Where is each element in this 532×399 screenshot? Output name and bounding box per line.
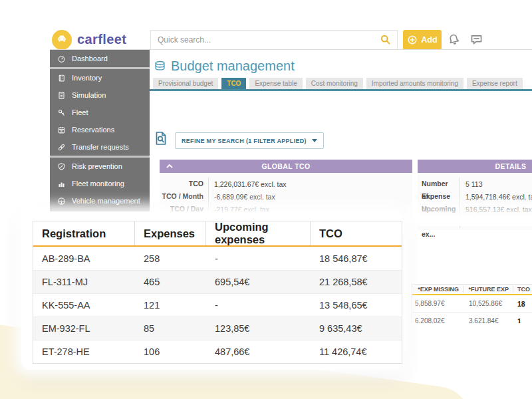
- row-label: TCO / Month: [160, 190, 209, 203]
- cell-future-exp: 10,525.86€: [464, 300, 513, 307]
- column-header[interactable]: TCO: [513, 286, 532, 293]
- row-label: Upcoming ...: [418, 203, 460, 215]
- carfleet-logo[interactable]: [52, 30, 72, 50]
- global-tco-title: GLOBAL TCO: [261, 162, 310, 170]
- sidebar-item-label: Fleet monitoring: [72, 180, 124, 188]
- cell-tco: 21 268,58€: [311, 271, 402, 293]
- sidebar-item-vehicle-management[interactable]: Vehicle management: [50, 192, 150, 209]
- tco-summary-header-row: *EXP MISSING *FUTURE EXP TCO: [412, 285, 532, 295]
- details-title: DETAILS: [495, 162, 527, 170]
- sidebar-item-fleet-monitoring[interactable]: Fleet monitoring: [50, 175, 150, 192]
- table-row[interactable]: EM-932-FL 85 123,85€ 9 635,43€: [33, 317, 402, 340]
- tab-tco[interactable]: TCO: [221, 78, 246, 89]
- tab-expense-table[interactable]: Expense table: [249, 78, 302, 89]
- column-header-upcoming-expenses[interactable]: Upcoming expenses: [206, 221, 311, 245]
- sidebar-item-simulation[interactable]: Simulation: [50, 86, 150, 104]
- sidebar-item-label: Transfer requests: [72, 143, 129, 151]
- page-title: Budget management: [171, 59, 295, 74]
- search-input[interactable]: [150, 30, 398, 50]
- column-header-registration[interactable]: Registration: [33, 221, 135, 245]
- sidebar-item-dashboard[interactable]: Dashboard: [50, 50, 150, 67]
- link-icon: [57, 143, 66, 152]
- table-row[interactable]: ET-278-HE 106 487,66€ 11 426,74€: [33, 340, 402, 363]
- details-panel: DETAILS Number of... 5 113 Expense re...…: [418, 160, 532, 230]
- cell-tco: 9 635,43€: [311, 317, 402, 340]
- details-row: Expense re... 1,594,718.46€ excl. tax: [418, 190, 532, 203]
- global-tco-row: TCO / Month -6,689.09€ excl. tax: [160, 190, 412, 203]
- sidebar-item-fleet[interactable]: Fleet: [50, 104, 150, 121]
- chevron-down-icon: [312, 139, 317, 142]
- collapse-chevron-up-icon[interactable]: [166, 164, 173, 169]
- tco-summary-table: *EXP MISSING *FUTURE EXP TCO 5,858.97€ 1…: [412, 284, 532, 323]
- details-row: Number of... 5 113: [418, 178, 532, 190]
- table-row[interactable]: 5,858.97€ 10,525.86€ 18: [412, 295, 532, 313]
- column-header[interactable]: *FUTURE EXP: [464, 286, 513, 293]
- sidebar-item-reservations[interactable]: Reservations: [50, 121, 150, 138]
- tab-cost-monitoring[interactable]: Cost monitoring: [306, 78, 363, 89]
- table-row[interactable]: AB-289-BA 258 - 18 546,87€: [33, 247, 402, 270]
- calendar-icon: [57, 126, 66, 134]
- add-button[interactable]: Add: [403, 30, 442, 50]
- table-row[interactable]: FL-311-MJ 465 695,54€ 21 268,58€: [33, 270, 402, 293]
- calculator-icon: [57, 91, 66, 100]
- notifications-bell-icon[interactable]: [447, 33, 461, 49]
- cell-tco: 13 548,65€: [311, 294, 402, 317]
- messages-chat-icon[interactable]: [469, 33, 483, 49]
- sidebar-item-label: Vehicle management: [72, 197, 140, 205]
- column-header-expenses[interactable]: Expenses: [135, 221, 206, 245]
- cell-registration: ET-278-HE: [33, 340, 135, 363]
- cell-registration: EM-932-FL: [33, 317, 135, 340]
- row-label: TCO: [160, 178, 209, 190]
- cell-exp-missing: 6,208.02€: [412, 317, 464, 323]
- cell-upcoming-expenses: 695,54€: [206, 271, 311, 293]
- cell-upcoming-expenses: -: [206, 247, 311, 270]
- brand-name: carfleet: [77, 32, 126, 47]
- table-row[interactable]: KK-555-AA 121 - 13 548,65€: [33, 293, 402, 317]
- refine-search-label: REFINE MY SEARCH (1 FILTER APPLIED): [182, 138, 307, 144]
- cell-tco: 18: [513, 300, 532, 308]
- cell-expenses: 106: [135, 340, 206, 363]
- cell-expenses: 85: [135, 317, 206, 340]
- cell-expenses: 465: [135, 271, 206, 293]
- plus-circle-icon: [407, 35, 418, 45]
- registrations-table: Registration Expenses Upcoming expenses …: [33, 221, 402, 364]
- gauge-icon: [57, 55, 66, 63]
- tab-expense-report[interactable]: Expense report: [467, 78, 523, 89]
- sidebar-item-risk-prevention[interactable]: Risk prevention: [50, 158, 150, 175]
- row-value: 516,557.13€ excl. tax: [460, 205, 532, 213]
- coins-icon: [154, 60, 166, 72]
- cell-tco: 11 426,74€: [311, 340, 402, 363]
- row-value: 1,594,718.46€ excl. tax: [460, 193, 532, 201]
- tab-provisional-budget[interactable]: Provisional budget: [153, 78, 218, 89]
- sidebar-item-label: Risk prevention: [72, 162, 122, 170]
- search-icon[interactable]: [380, 34, 392, 49]
- key-icon: [57, 108, 66, 117]
- add-button-label: Add: [421, 35, 437, 45]
- row-label: Missing ex...: [418, 215, 460, 228]
- refine-search-button[interactable]: REFINE MY SEARCH (1 FILTER APPLIED): [175, 132, 324, 149]
- steering-wheel-icon: [57, 197, 66, 205]
- column-header-tco[interactable]: TCO: [311, 221, 402, 245]
- cell-upcoming-expenses: 123,85€: [206, 317, 311, 340]
- registrations-table-body: AB-289-BA 258 - 18 546,87€ FL-311-MJ 465…: [33, 247, 402, 363]
- cell-tco: 18 546,87€: [311, 247, 402, 270]
- cell-future-exp: 3,621.84€: [464, 317, 513, 323]
- cell-upcoming-expenses: 487,66€: [206, 340, 311, 363]
- sidebar-item-transfer-requests[interactable]: Transfer requests: [50, 138, 150, 156]
- cell-exp-missing: 5,858.97€: [412, 300, 464, 307]
- cell-expenses: 258: [135, 247, 206, 270]
- sidebar-item-inventory[interactable]: Inventory: [50, 69, 150, 86]
- cell-upcoming-expenses: -: [206, 294, 311, 317]
- global-tco-panel: GLOBAL TCO TCO 1,226,031.67€ excl. tax T…: [160, 160, 412, 217]
- row-value: 5 113: [460, 180, 483, 188]
- topbar: carfleet Add: [50, 27, 532, 50]
- table-row[interactable]: 6,208.02€ 3,621.84€ 1: [412, 313, 532, 323]
- tab-underline: [150, 89, 532, 91]
- row-value: 1,226,031.67€ excl. tax: [209, 180, 287, 188]
- column-header[interactable]: *EXP MISSING: [412, 286, 464, 293]
- app-root: carfleet Add Dashboard Inventory: [0, 0, 532, 399]
- details-row: Missing ex... 702,447.85€ excl. tax: [418, 215, 532, 228]
- tab-imported-amounts-monitoring[interactable]: Imported amounts monitoring: [366, 78, 464, 89]
- cell-registration: FL-311-MJ: [33, 271, 135, 293]
- car-icon: [56, 33, 68, 47]
